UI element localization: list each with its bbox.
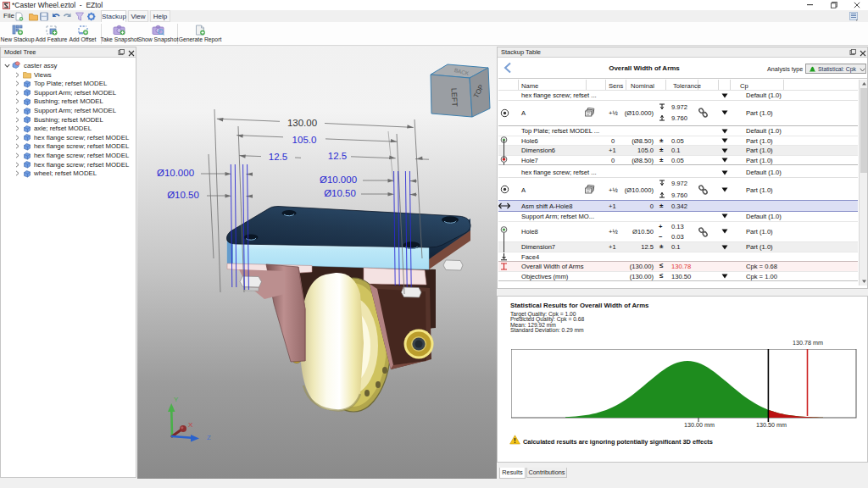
- svg-text:12.5: 12.5: [328, 151, 347, 161]
- svg-text:Z: Z: [207, 434, 211, 441]
- svg-text:Ø10.000: Ø10.000: [320, 175, 357, 185]
- svg-text:Ø10.000: Ø10.000: [157, 168, 194, 178]
- svg-text:130.00: 130.00: [287, 118, 317, 128]
- svg-text:Y: Y: [174, 396, 179, 403]
- svg-text:Ø10.50: Ø10.50: [167, 190, 199, 200]
- svg-text:Ø10.50: Ø10.50: [324, 188, 356, 198]
- svg-text:12.5: 12.5: [269, 152, 287, 162]
- svg-text:105.0: 105.0: [292, 135, 317, 145]
- svg-text:X: X: [188, 421, 193, 429]
- svg-text:LEFT: LEFT: [449, 88, 459, 108]
